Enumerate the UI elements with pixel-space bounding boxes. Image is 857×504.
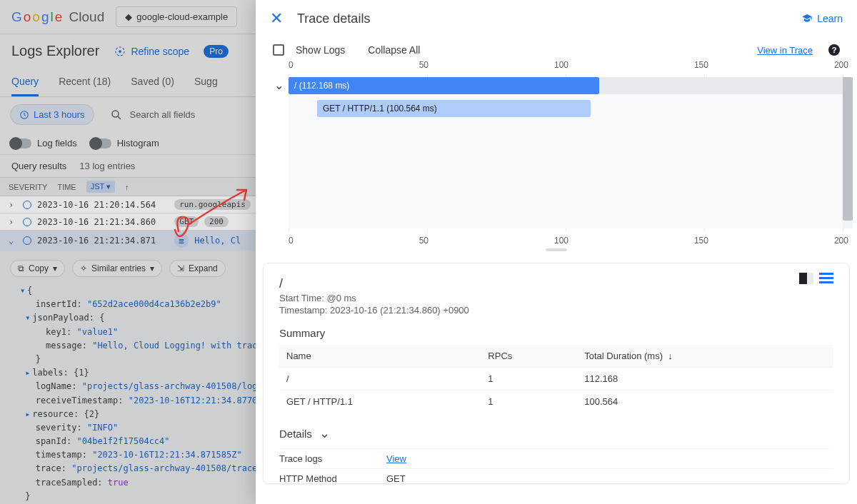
tab-query[interactable]: Query (11, 76, 39, 96)
trace-icon[interactable]: ≡ (174, 233, 189, 248)
table-row[interactable]: GET / HTTP/1.11100.564 (279, 390, 833, 413)
view-split-icon[interactable] (799, 273, 813, 284)
log-fields-toggle[interactable]: Log fields (11, 138, 77, 148)
panel-title: Trace details (297, 11, 370, 26)
svg-point-1 (119, 50, 122, 53)
similar-entries-button[interactable]: ✧ Similar entries ▾ (72, 260, 162, 277)
span-detail-card: / Start Time: @0 ms Timestamp: 2023-10-1… (263, 263, 850, 484)
view-in-trace-link[interactable]: View in Trace (757, 45, 813, 56)
svg-point-2 (21, 111, 29, 119)
collapse-all-button[interactable]: Collapse All (368, 44, 420, 56)
waterfall-scrollbar[interactable] (843, 77, 853, 228)
time-range-chip[interactable]: Last 3 hours (10, 104, 94, 125)
span-row-root[interactable]: ⌄ / (112.168 ms) (289, 77, 843, 94)
resize-handle[interactable] (546, 248, 567, 251)
details-heading[interactable]: Details ⌄ (279, 425, 833, 441)
scope-icon (114, 45, 126, 58)
search-icon (110, 109, 123, 121)
view-trace-logs-link[interactable]: View (386, 453, 406, 464)
log-entries-count: 13 log entries (79, 161, 135, 171)
trace-details-panel: ✕ Trace details Learn Show Logs Collapse… (256, 0, 857, 504)
span-path: / (279, 276, 833, 291)
table-row[interactable]: /1112.168 (279, 368, 833, 390)
show-logs-checkbox[interactable] (273, 44, 284, 56)
sort-up-icon[interactable]: ↑ (125, 183, 129, 191)
learn-icon (801, 13, 813, 24)
learn-link[interactable]: Learn (801, 13, 843, 24)
expand-button[interactable]: ⇲ Expand (169, 260, 226, 277)
query-results-label: Query results (11, 161, 66, 171)
chevron-down-icon[interactable]: ⌄ (274, 79, 284, 92)
pro-badge: Pro (204, 45, 229, 58)
page-title: Logs Explorer (11, 43, 99, 59)
tab-recent[interactable]: Recent (18) (59, 76, 111, 96)
close-button[interactable]: ✕ (270, 9, 283, 28)
clock-icon (19, 110, 29, 120)
summary-heading: Summary (279, 327, 833, 339)
tab-saved[interactable]: Saved (0) (131, 76, 174, 96)
svg-point-0 (116, 47, 124, 56)
project-selector[interactable]: ◆ google-cloud-example (116, 6, 237, 27)
help-icon[interactable]: ? (828, 44, 840, 56)
refine-scope-button[interactable]: Refine scope (114, 45, 189, 58)
svg-point-3 (112, 111, 119, 117)
start-time: Start Time: @0 ms (279, 293, 833, 303)
timezone-chip[interactable]: JST ▾ (86, 181, 115, 193)
timestamp-value: Timestamp: 2023-10-16 (21:21:34.860) +09… (279, 305, 833, 316)
show-logs-label: Show Logs (296, 44, 345, 56)
waterfall-chart: 050100150200 ⌄ / (112.168 ms) GET / HTTP… (264, 60, 848, 246)
histogram-toggle[interactable]: Histogram (91, 138, 159, 148)
view-list-icon[interactable] (819, 273, 833, 284)
tab-suggested[interactable]: Sugg (194, 76, 218, 96)
annotation-arrow (171, 181, 257, 246)
severity-info-icon (23, 236, 31, 245)
copy-button[interactable]: ⧉ Copy ▾ (10, 260, 65, 277)
gcp-logo: Google Cloud (11, 9, 104, 25)
severity-info-icon (23, 218, 31, 226)
summary-table: NameRPCsTotal Duration (ms) ↓ /1112.168 … (279, 345, 833, 413)
chevron-down-icon: ⌄ (319, 425, 330, 441)
span-row-child[interactable]: GET / HTTP/1.1 (100.564 ms) (317, 100, 843, 117)
severity-info-icon (23, 201, 31, 209)
